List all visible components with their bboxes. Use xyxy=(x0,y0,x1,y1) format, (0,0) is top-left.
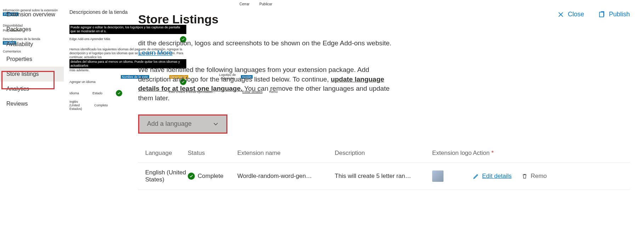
cell-ext-name: Wordle-random-word-gen… xyxy=(237,173,335,180)
status-text: Complete xyxy=(198,173,224,180)
add-language-label: Add a language xyxy=(147,120,192,128)
intro-text: dit the description, logos and screensho… xyxy=(138,39,391,47)
cell-status: Complete xyxy=(188,173,237,180)
th-language: Language xyxy=(145,150,188,157)
extension-logo-thumb xyxy=(432,170,444,182)
languages-paragraph: We have identified the following languag… xyxy=(138,65,400,103)
th-status: Status xyxy=(188,150,237,157)
check-icon xyxy=(188,173,195,180)
remove-label: Remo xyxy=(531,173,547,180)
sidebar: Extension overview Packages Availability… xyxy=(0,7,64,111)
chevron-down-icon xyxy=(213,121,219,127)
add-language-dropdown[interactable]: Add a language xyxy=(138,114,227,134)
cell-logo xyxy=(432,170,473,182)
sidebar-item-packages[interactable]: Packages xyxy=(0,22,64,37)
sidebar-item-reviews[interactable]: Reviews xyxy=(0,96,64,111)
table-row: English (United States) Complete Wordle-… xyxy=(138,163,630,190)
trash-icon xyxy=(521,173,528,179)
th-action-label: Action xyxy=(473,150,490,156)
th-description: Description xyxy=(335,150,432,157)
th-ext-logo: Extension logo xyxy=(432,150,473,157)
sidebar-item-properties[interactable]: Properties xyxy=(0,52,64,67)
sidebar-item-analytics[interactable]: Analytics xyxy=(0,82,64,96)
sidebar-item-overview[interactable]: Extension overview xyxy=(0,7,64,22)
sidebar-item-store-listings[interactable]: Store listings xyxy=(0,67,64,82)
edit-details-label: Edit details xyxy=(482,173,512,180)
cell-language: English (United States) xyxy=(145,169,188,183)
cell-description: This will create 5 letter ran… xyxy=(335,173,432,180)
edit-details-link[interactable]: Edit details xyxy=(473,173,512,180)
th-ext-name: Extension name xyxy=(237,150,335,157)
sidebar-item-availability[interactable]: Availability xyxy=(0,37,64,52)
table-header: Language Status Extension name Descripti… xyxy=(138,150,630,163)
remove-link[interactable]: Remo xyxy=(521,173,547,180)
pencil-icon xyxy=(473,173,479,179)
required-asterisk: * xyxy=(491,150,494,156)
learn-more-link[interactable]: Learn More xyxy=(138,49,173,56)
th-action: Action * xyxy=(473,150,630,157)
intro-paragraph: dit the description, logos and screensho… xyxy=(138,39,400,57)
page-title: Store Listings xyxy=(138,12,630,26)
languages-table: Language Status Extension name Descripti… xyxy=(138,150,630,190)
